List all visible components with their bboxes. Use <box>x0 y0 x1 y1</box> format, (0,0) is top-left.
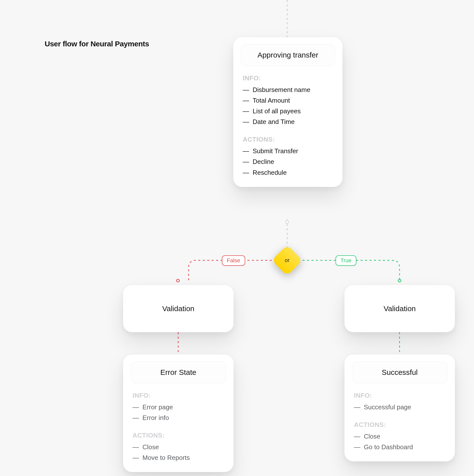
actions-label: ACTIONS: <box>133 432 226 439</box>
validation-true-title: Validation <box>384 304 416 313</box>
list-item: Successful page <box>354 402 447 413</box>
list-item: Reschedule <box>243 167 335 178</box>
info-label: INFO: <box>243 74 335 82</box>
flow-canvas: User flow for Neural Payments Approving … <box>0 0 474 476</box>
connector-dot-true <box>398 279 401 282</box>
list-item: Date and Time <box>243 117 335 127</box>
node-validation-false: Validation <box>123 285 234 332</box>
error-actions-list: Close Move to Reports <box>133 442 226 463</box>
info-label: INFO: <box>133 392 226 399</box>
list-item: Total Amount <box>243 95 335 106</box>
info-label: INFO: <box>354 392 447 399</box>
node-validation-true: Validation <box>344 285 455 332</box>
node-success-header: Successful <box>352 361 447 383</box>
node-successful: Successful INFO: Successful page ACTIONS… <box>344 355 455 461</box>
branch-label-false: False <box>222 255 245 266</box>
approving-info-list: Disbursement name Total Amount List of a… <box>243 85 335 127</box>
list-item: Error page <box>133 402 226 413</box>
node-error-header: Error State <box>131 361 226 383</box>
success-info-list: Successful page <box>354 402 447 413</box>
list-item: Submit Transfer <box>243 146 335 156</box>
branch-label-true: True <box>336 255 356 266</box>
list-item: Go to Dashboard <box>354 442 447 452</box>
error-info-list: Error page Error info <box>133 402 226 423</box>
decision-label: or <box>276 249 298 271</box>
list-item: Close <box>133 442 226 452</box>
node-approving-header: Approving transfer <box>241 44 335 66</box>
approving-actions-list: Submit Transfer Decline Reschedule <box>243 146 335 178</box>
connector-dot <box>285 220 289 224</box>
actions-label: ACTIONS: <box>243 136 335 143</box>
validation-false-title: Validation <box>162 304 195 313</box>
diagram-title: User flow for Neural Payments <box>45 40 149 48</box>
actions-label: ACTIONS: <box>354 421 447 429</box>
list-item: Disbursement name <box>243 85 335 95</box>
node-approving-transfer: Approving transfer INFO: Disbursement na… <box>233 37 342 187</box>
success-actions-list: Close Go to Dashboard <box>354 431 447 452</box>
list-item: Error info <box>133 413 226 423</box>
list-item: Move to Reports <box>133 452 226 463</box>
node-error-state: Error State INFO: Error page Error info … <box>123 355 234 472</box>
list-item: Close <box>354 431 447 442</box>
connector-dot-false <box>176 279 180 282</box>
list-item: Decline <box>243 156 335 167</box>
list-item: List of all payees <box>243 106 335 117</box>
decision-or: or <box>276 249 298 271</box>
